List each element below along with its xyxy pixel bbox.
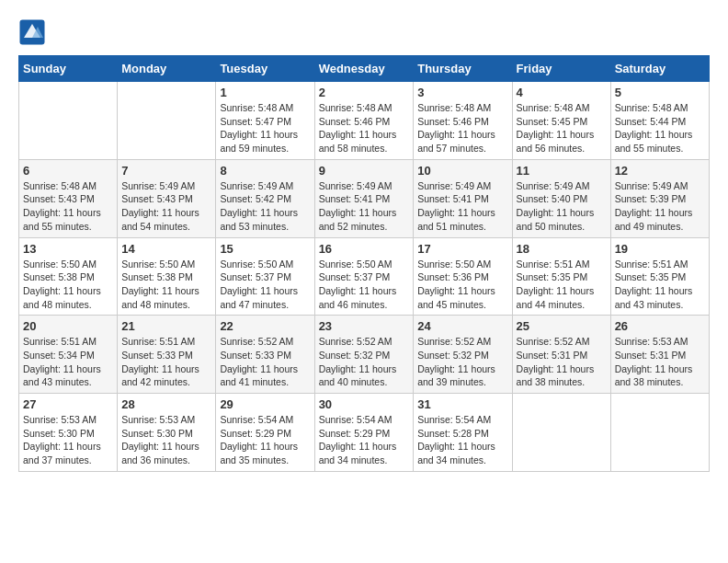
day-info: Sunrise: 5:48 AMSunset: 5:46 PMDaylight:… [319, 101, 410, 155]
day-number: 2 [319, 86, 410, 99]
day-number: 16 [319, 242, 410, 256]
day-info: Sunrise: 5:48 AMSunset: 5:46 PMDaylight:… [417, 101, 507, 155]
day-number: 24 [417, 319, 507, 333]
day-number: 9 [319, 164, 410, 178]
calendar-cell: 12Sunrise: 5:49 AMSunset: 5:39 PMDayligh… [610, 159, 709, 237]
day-info: Sunrise: 5:52 AMSunset: 5:33 PMDaylight:… [220, 335, 310, 389]
day-info: Sunrise: 5:48 AMSunset: 5:43 PMDaylight:… [23, 179, 113, 234]
day-info: Sunrise: 5:50 AMSunset: 5:38 PMDaylight:… [121, 258, 211, 312]
day-info: Sunrise: 5:49 AMSunset: 5:41 PMDaylight:… [417, 179, 507, 234]
calendar-cell: 18Sunrise: 5:51 AMSunset: 5:35 PMDayligh… [512, 237, 610, 316]
day-number: 25 [517, 319, 607, 333]
day-number: 3 [417, 86, 507, 99]
calendar-cell: 23Sunrise: 5:52 AMSunset: 5:32 PMDayligh… [314, 316, 414, 394]
day-info: Sunrise: 5:54 AMSunset: 5:28 PMDaylight:… [417, 413, 507, 467]
calendar-cell: 1Sunrise: 5:48 AMSunset: 5:47 PMDaylight… [216, 82, 314, 160]
calendar-cell: 11Sunrise: 5:49 AMSunset: 5:40 PMDayligh… [512, 159, 610, 237]
day-number: 22 [220, 319, 310, 333]
day-info: Sunrise: 5:51 AMSunset: 5:35 PMDaylight:… [615, 258, 705, 312]
day-info: Sunrise: 5:53 AMSunset: 5:30 PMDaylight:… [121, 413, 211, 467]
calendar-cell [118, 82, 216, 160]
calendar-cell: 7Sunrise: 5:49 AMSunset: 5:43 PMDaylight… [118, 159, 216, 237]
day-number: 30 [319, 397, 410, 411]
day-number: 26 [615, 319, 705, 333]
day-info: Sunrise: 5:54 AMSunset: 5:29 PMDaylight:… [319, 413, 410, 467]
calendar-week-row: 20Sunrise: 5:51 AMSunset: 5:34 PMDayligh… [19, 316, 710, 394]
calendar-cell: 8Sunrise: 5:49 AMSunset: 5:42 PMDaylight… [216, 159, 314, 237]
day-number: 7 [121, 164, 211, 178]
day-number: 29 [220, 397, 310, 411]
calendar-cell: 31Sunrise: 5:54 AMSunset: 5:28 PMDayligh… [414, 394, 512, 472]
day-number: 28 [121, 397, 211, 411]
calendar-cell: 20Sunrise: 5:51 AMSunset: 5:34 PMDayligh… [19, 316, 118, 394]
column-header-tuesday: Tuesday [216, 56, 314, 82]
calendar-cell: 24Sunrise: 5:52 AMSunset: 5:32 PMDayligh… [414, 316, 512, 394]
calendar-cell [512, 394, 610, 472]
calendar-cell: 29Sunrise: 5:54 AMSunset: 5:29 PMDayligh… [216, 394, 314, 472]
calendar-cell: 28Sunrise: 5:53 AMSunset: 5:30 PMDayligh… [118, 394, 216, 472]
day-number: 1 [220, 86, 310, 99]
day-info: Sunrise: 5:51 AMSunset: 5:34 PMDaylight:… [23, 335, 113, 389]
day-info: Sunrise: 5:50 AMSunset: 5:37 PMDaylight:… [220, 258, 310, 312]
day-info: Sunrise: 5:49 AMSunset: 5:42 PMDaylight:… [220, 179, 310, 234]
calendar-cell: 22Sunrise: 5:52 AMSunset: 5:33 PMDayligh… [216, 316, 314, 394]
calendar-cell: 19Sunrise: 5:51 AMSunset: 5:35 PMDayligh… [610, 237, 709, 316]
calendar-table: SundayMondayTuesdayWednesdayThursdayFrid… [18, 55, 710, 472]
calendar-header-row: SundayMondayTuesdayWednesdayThursdayFrid… [19, 56, 710, 82]
calendar-cell: 16Sunrise: 5:50 AMSunset: 5:37 PMDayligh… [314, 237, 414, 316]
day-number: 15 [220, 242, 310, 256]
day-number: 18 [517, 242, 607, 256]
column-header-thursday: Thursday [414, 56, 512, 82]
column-header-sunday: Sunday [19, 56, 118, 82]
day-info: Sunrise: 5:52 AMSunset: 5:31 PMDaylight:… [517, 335, 607, 389]
calendar-week-row: 1Sunrise: 5:48 AMSunset: 5:47 PMDaylight… [19, 82, 710, 160]
day-info: Sunrise: 5:49 AMSunset: 5:39 PMDaylight:… [615, 179, 705, 234]
calendar-cell: 5Sunrise: 5:48 AMSunset: 5:44 PMDaylight… [610, 82, 709, 160]
calendar-cell: 13Sunrise: 5:50 AMSunset: 5:38 PMDayligh… [19, 237, 118, 316]
calendar-cell [19, 82, 118, 160]
day-info: Sunrise: 5:49 AMSunset: 5:41 PMDaylight:… [319, 179, 410, 234]
calendar-cell: 10Sunrise: 5:49 AMSunset: 5:41 PMDayligh… [414, 159, 512, 237]
calendar-cell: 21Sunrise: 5:51 AMSunset: 5:33 PMDayligh… [118, 316, 216, 394]
logo [18, 18, 50, 46]
day-info: Sunrise: 5:53 AMSunset: 5:31 PMDaylight:… [615, 335, 705, 389]
day-info: Sunrise: 5:50 AMSunset: 5:37 PMDaylight:… [319, 258, 410, 312]
calendar-cell: 2Sunrise: 5:48 AMSunset: 5:46 PMDaylight… [314, 82, 414, 160]
calendar-cell: 26Sunrise: 5:53 AMSunset: 5:31 PMDayligh… [610, 316, 709, 394]
calendar-cell [610, 394, 709, 472]
day-number: 12 [615, 164, 705, 178]
day-number: 20 [23, 319, 113, 333]
day-number: 31 [417, 397, 507, 411]
calendar-week-row: 27Sunrise: 5:53 AMSunset: 5:30 PMDayligh… [19, 394, 710, 472]
calendar-cell: 30Sunrise: 5:54 AMSunset: 5:29 PMDayligh… [314, 394, 414, 472]
column-header-saturday: Saturday [610, 56, 709, 82]
day-info: Sunrise: 5:51 AMSunset: 5:33 PMDaylight:… [121, 335, 211, 389]
calendar-cell: 25Sunrise: 5:52 AMSunset: 5:31 PMDayligh… [512, 316, 610, 394]
day-info: Sunrise: 5:48 AMSunset: 5:44 PMDaylight:… [615, 101, 705, 155]
calendar-cell: 27Sunrise: 5:53 AMSunset: 5:30 PMDayligh… [19, 394, 118, 472]
day-number: 4 [517, 86, 607, 99]
day-number: 8 [220, 164, 310, 178]
calendar-week-row: 13Sunrise: 5:50 AMSunset: 5:38 PMDayligh… [19, 237, 710, 316]
day-info: Sunrise: 5:53 AMSunset: 5:30 PMDaylight:… [23, 413, 113, 467]
column-header-wednesday: Wednesday [314, 56, 414, 82]
column-header-friday: Friday [512, 56, 610, 82]
calendar-cell: 3Sunrise: 5:48 AMSunset: 5:46 PMDaylight… [414, 82, 512, 160]
calendar-cell: 4Sunrise: 5:48 AMSunset: 5:45 PMDaylight… [512, 82, 610, 160]
calendar-cell: 14Sunrise: 5:50 AMSunset: 5:38 PMDayligh… [118, 237, 216, 316]
day-number: 21 [121, 319, 211, 333]
day-number: 5 [615, 86, 705, 99]
day-number: 23 [319, 319, 410, 333]
calendar-week-row: 6Sunrise: 5:48 AMSunset: 5:43 PMDaylight… [19, 159, 710, 237]
day-info: Sunrise: 5:54 AMSunset: 5:29 PMDaylight:… [220, 413, 310, 467]
calendar-cell: 9Sunrise: 5:49 AMSunset: 5:41 PMDaylight… [314, 159, 414, 237]
day-info: Sunrise: 5:50 AMSunset: 5:38 PMDaylight:… [23, 258, 113, 312]
day-info: Sunrise: 5:49 AMSunset: 5:40 PMDaylight:… [517, 179, 607, 234]
calendar-cell: 17Sunrise: 5:50 AMSunset: 5:36 PMDayligh… [414, 237, 512, 316]
day-number: 17 [417, 242, 507, 256]
column-header-monday: Monday [118, 56, 216, 82]
day-info: Sunrise: 5:51 AMSunset: 5:35 PMDaylight:… [517, 258, 607, 312]
day-info: Sunrise: 5:52 AMSunset: 5:32 PMDaylight:… [319, 335, 410, 389]
page-header [18, 18, 710, 46]
day-number: 19 [615, 242, 705, 256]
